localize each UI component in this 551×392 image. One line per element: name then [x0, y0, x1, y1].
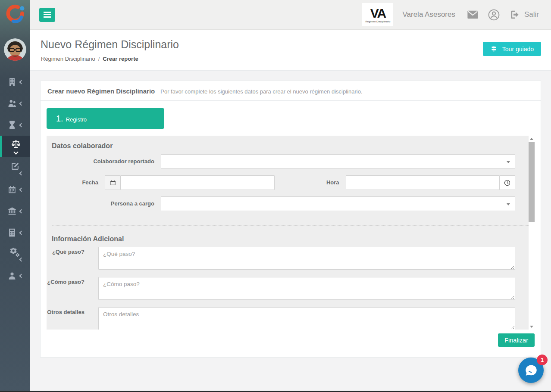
- form-row-como-paso: ¿Cómo paso?: [47, 277, 535, 300]
- company-logo-text: VA: [370, 7, 385, 20]
- otros-detalles-textarea[interactable]: [98, 307, 515, 330]
- form-row-persona: Persona a cargo: [47, 196, 535, 211]
- chat-bubble-icon: [524, 363, 538, 378]
- users-icon: [7, 99, 17, 108]
- hamburger-icon: [44, 12, 51, 13]
- building-icon: [7, 77, 17, 87]
- form-scrollbar[interactable]: [529, 136, 535, 330]
- form-row-que-paso: ¿Qué paso?: [47, 247, 535, 270]
- form-row-colaborador: Colaborador reportado: [47, 154, 535, 169]
- chevron-left-icon: [19, 209, 24, 213]
- persona-a-cargo-select[interactable]: [161, 196, 515, 211]
- guided-tour-button[interactable]: Tour guiado: [483, 42, 541, 56]
- main-content: Crear nuevo Régimen Disciplinario Por fa…: [30, 71, 551, 392]
- breadcrumb-current: Crear reporte: [103, 56, 138, 62]
- sidebar-item-calendario[interactable]: [0, 179, 30, 200]
- chevron-left-icon: [19, 257, 23, 261]
- page-title: Nuevo Régimen Disciplinario: [41, 38, 179, 51]
- guided-tour-label: Tour guiado: [502, 46, 534, 53]
- scrollbar-thumb[interactable]: [529, 142, 535, 222]
- step-number: 1.: [56, 114, 63, 124]
- form-row-fecha-hora: Fecha Hora: [47, 175, 535, 190]
- fecha-label: Fecha: [47, 179, 98, 187]
- clock-icon: [504, 179, 511, 187]
- chat-unread-badge: 1: [537, 355, 548, 365]
- chevron-down-icon: [13, 149, 18, 154]
- scales-icon: [11, 139, 21, 149]
- breadcrumb-separator: /: [98, 56, 100, 62]
- app-logo-icon: [3, 3, 27, 26]
- caret-down-icon: [507, 203, 510, 205]
- section-title-informacion-adicional: Información Adicional: [47, 229, 535, 243]
- colaborador-reportado-label: Colaborador reportado: [47, 158, 154, 165]
- profile-button[interactable]: [488, 9, 500, 21]
- calculator-icon: [7, 228, 17, 237]
- que-paso-label: ¿Qué paso?: [47, 247, 85, 270]
- sidebar-nav: [0, 71, 30, 286]
- sidebar-item-colaboradores[interactable]: [0, 93, 30, 114]
- chevron-left-icon: [19, 123, 24, 127]
- fecha-group: Fecha: [47, 175, 275, 190]
- form-row-otros-detalles: Otros detalles: [47, 307, 535, 330]
- como-paso-textarea[interactable]: [98, 277, 515, 300]
- hora-input[interactable]: [346, 175, 500, 190]
- tab-registro[interactable]: 1. Registro: [47, 108, 164, 129]
- signpost-icon: [490, 45, 498, 53]
- avatar[interactable]: [4, 38, 26, 61]
- bank-icon: [7, 206, 17, 216]
- menu-toggle-button[interactable]: [39, 8, 55, 22]
- sidebar-item-empresa[interactable]: [0, 71, 30, 93]
- gears-icon: [10, 248, 20, 257]
- user-circle-icon: [488, 9, 500, 21]
- scroll-up-arrow[interactable]: [529, 136, 535, 142]
- wizard-panel-title: Crear nuevo Régimen Disciplinario: [47, 87, 155, 95]
- step-label: Registro: [66, 116, 87, 123]
- sidebar-item-configuracion[interactable]: [0, 243, 30, 265]
- company-logo: VA Régimen Disciplinario: [362, 3, 393, 26]
- wizard-panel-header: Crear nuevo Régimen Disciplinario Por fa…: [41, 81, 541, 101]
- sidebar-item-usuarios[interactable]: [0, 265, 30, 286]
- breadcrumb: Régimen Disciplinario / Crear reporte: [41, 56, 138, 62]
- topbar: VA Régimen Disciplinario Varela Asesores…: [30, 0, 551, 30]
- sidebar-item-calculos[interactable]: [0, 222, 30, 243]
- wizard-panel-body: 1. Registro Datos colaborador Colaborado…: [41, 101, 541, 357]
- page-header: Nuevo Régimen Disciplinario Régimen Disc…: [30, 30, 551, 71]
- que-paso-textarea[interactable]: [98, 247, 515, 270]
- logout-label: Salir: [524, 10, 539, 19]
- colaborador-reportado-select[interactable]: [161, 154, 515, 169]
- hourglass-icon: [7, 120, 17, 130]
- sidebar-item-reportes[interactable]: [0, 157, 30, 179]
- scroll-down-arrow[interactable]: [529, 324, 535, 330]
- user-icon: [7, 271, 17, 280]
- como-paso-label: ¿Cómo paso?: [47, 277, 85, 300]
- sidebar-item-historial[interactable]: [0, 114, 30, 136]
- calendar-icon: [110, 179, 116, 186]
- section-title-datos-colaborador: Datos colaborador: [47, 136, 535, 150]
- finish-button[interactable]: Finalizar: [498, 333, 535, 347]
- company-logo-subtext: Régimen Disciplinario: [365, 20, 390, 23]
- logout-button[interactable]: Salir: [509, 9, 539, 20]
- fecha-input[interactable]: [120, 175, 275, 190]
- persona-a-cargo-label: Persona a cargo: [47, 200, 154, 208]
- step-content: Datos colaborador Colaborador reportado …: [47, 136, 535, 330]
- caret-down-icon: [507, 161, 510, 163]
- messages-button[interactable]: [467, 10, 479, 19]
- chevron-left-icon: [19, 274, 24, 278]
- timepicker-addon[interactable]: [500, 175, 515, 190]
- section-divider: [52, 225, 529, 226]
- chevron-left-icon: [19, 187, 24, 192]
- breadcrumb-parent[interactable]: Régimen Disciplinario: [41, 56, 95, 62]
- hora-group: Hora: [288, 175, 516, 190]
- edit-icon: [10, 162, 20, 171]
- sidebar-item-instituciones[interactable]: [0, 200, 30, 222]
- sidebar: [0, 0, 30, 392]
- envelope-icon: [467, 10, 479, 19]
- datepicker-addon[interactable]: [105, 175, 120, 190]
- wizard-panel: Crear nuevo Régimen Disciplinario Por fa…: [40, 81, 541, 358]
- sidebar-item-regimen-disciplinario[interactable]: [0, 136, 30, 157]
- otros-detalles-label: Otros detalles: [47, 307, 85, 330]
- chevron-left-icon: [19, 101, 24, 106]
- chat-widget-button[interactable]: 1: [518, 358, 544, 383]
- hora-label: Hora: [288, 179, 339, 187]
- calendar-icon: [7, 185, 17, 194]
